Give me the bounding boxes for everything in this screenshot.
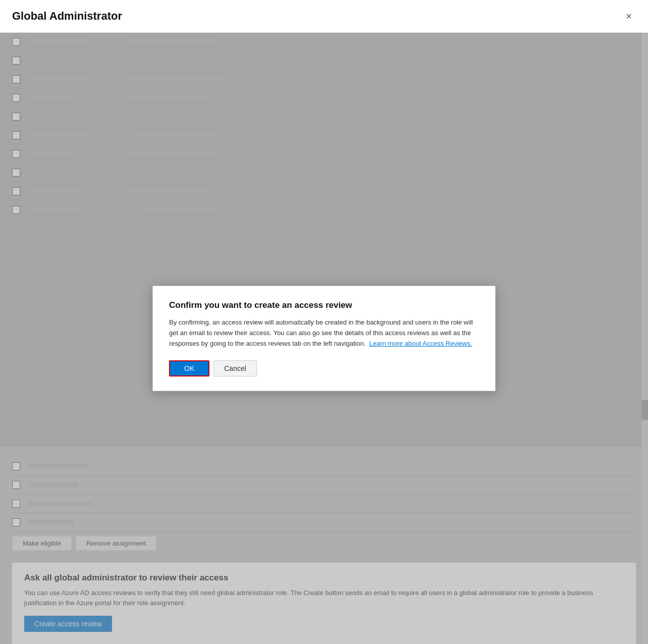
content-area: Make eligible Remove assignment Ask all … [0,33,648,644]
dialog-ok-button[interactable]: OK [169,360,209,377]
panel-header: Global Administrator × [0,0,648,33]
close-button[interactable]: × [622,9,636,23]
confirm-dialog: Confirm you want to create an access rev… [152,286,496,391]
panel-title: Global Administrator [12,10,122,23]
dialog-cancel-button[interactable]: Cancel [213,360,257,377]
dialog-actions: OK Cancel [169,360,479,377]
dialog-overlay: Confirm you want to create an access rev… [0,33,648,644]
dialog-title: Confirm you want to create an access rev… [169,300,479,310]
main-panel: Global Administrator × [0,0,648,644]
learn-more-link[interactable]: Learn more about Access Reviews. [369,340,472,347]
dialog-body: By confirming, an access review will aut… [169,317,479,349]
